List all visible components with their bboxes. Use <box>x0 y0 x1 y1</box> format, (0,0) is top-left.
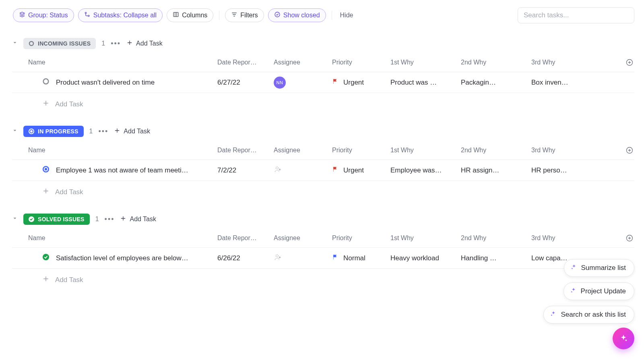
status-icon[interactable] <box>42 253 50 263</box>
group-pill[interactable]: Group: Status <box>13 8 74 22</box>
col-date[interactable]: Date Repor… <box>217 234 274 242</box>
svg-point-3 <box>275 12 280 17</box>
more-icon[interactable]: ••• <box>105 215 115 224</box>
add-task-button[interactable]: Add Task <box>114 127 150 135</box>
status-icon <box>29 129 34 134</box>
status-pill[interactable]: IN PROGRESS <box>23 126 84 137</box>
col-assignee[interactable]: Assignee <box>274 59 332 66</box>
col-why2[interactable]: 2nd Why <box>461 147 531 154</box>
group-header: IN PROGRESS1•••Add Task <box>12 126 634 137</box>
status-pill[interactable]: INCOMING ISSUES <box>23 38 96 49</box>
col-why1[interactable]: 1st Why <box>390 234 461 242</box>
ai-project-update-chip[interactable]: Project Update <box>564 282 634 292</box>
cell-why1[interactable]: Employee was… <box>390 166 461 174</box>
cell-date[interactable]: 6/26/22 <box>217 254 274 262</box>
status-icon[interactable] <box>42 78 50 87</box>
add-task-button[interactable]: Add Task <box>120 215 156 223</box>
filters-icon <box>231 11 237 19</box>
status-icon[interactable] <box>42 166 50 175</box>
chevron-down-icon[interactable] <box>12 40 18 47</box>
col-why2[interactable]: 2nd Why <box>461 234 531 242</box>
col-why2[interactable]: 2nd Why <box>461 59 531 66</box>
columns-pill[interactable]: Columns <box>167 8 213 22</box>
svg-point-0 <box>85 12 86 13</box>
add-column-button[interactable] <box>625 146 634 155</box>
toolbar: Group: Status Subtasks: Collapse all Col… <box>13 7 634 23</box>
priority-label: Urgent <box>343 166 364 174</box>
cell-why2[interactable]: HR assign… <box>461 166 531 174</box>
column-headers: NameDate Repor…AssigneePriority1st Why2n… <box>12 234 634 248</box>
task-row[interactable]: Employee 1 was not aware of team meeti…7… <box>12 160 634 181</box>
cell-why3[interactable]: HR perso… <box>531 166 576 174</box>
cell-why2[interactable]: Handling … <box>461 254 531 262</box>
col-date[interactable]: Date Repor… <box>217 59 274 66</box>
cell-date[interactable]: 7/2/22 <box>217 166 274 174</box>
add-task-row[interactable]: Add Task <box>12 181 634 197</box>
col-priority[interactable]: Priority <box>332 147 390 154</box>
cell-date[interactable]: 6/27/22 <box>217 79 274 87</box>
cell-priority[interactable]: Urgent <box>332 78 390 87</box>
group-header: INCOMING ISSUES1•••Add Task <box>12 38 634 49</box>
add-task-label: Add Task <box>130 216 156 223</box>
add-column-button[interactable] <box>625 58 634 67</box>
cell-name: Employee 1 was not aware of team meeti… <box>12 166 217 175</box>
status-icon <box>29 41 34 46</box>
task-row[interactable]: Product wasn't delivered on time6/27/22N… <box>12 72 634 93</box>
cell-assignee <box>274 253 332 263</box>
col-priority[interactable]: Priority <box>332 234 390 242</box>
chevron-down-icon[interactable] <box>12 216 18 223</box>
cell-why1[interactable]: Heavy workload <box>390 254 461 262</box>
columns-label: Columns <box>182 12 207 19</box>
ai-summarize-chip[interactable]: Summarize list <box>564 259 634 277</box>
cell-why3[interactable]: Box inven… <box>531 79 576 87</box>
cell-why2[interactable]: Packagin… <box>461 79 531 87</box>
col-why3[interactable]: 3rd Why <box>531 59 576 66</box>
add-task-row[interactable]: Add Task <box>12 93 634 109</box>
task-row[interactable]: Satisfaction level of employees are belo… <box>12 248 634 269</box>
hide-link[interactable]: Hide <box>340 12 353 19</box>
col-name[interactable]: Name <box>12 59 217 66</box>
cell-why1[interactable]: Product was … <box>390 79 461 87</box>
svg-point-4 <box>29 42 33 46</box>
assign-icon[interactable] <box>274 255 282 263</box>
status-pill[interactable]: SOLVED ISSUES <box>23 214 90 225</box>
more-icon[interactable]: ••• <box>98 127 108 136</box>
col-priority[interactable]: Priority <box>332 59 390 66</box>
cell-name: Product wasn't delivered on time <box>12 78 217 87</box>
add-task-button[interactable]: Add Task <box>126 39 163 48</box>
col-why3[interactable]: 3rd Why <box>531 234 576 242</box>
plus-icon <box>42 275 50 284</box>
filters-pill[interactable]: Filters <box>225 8 264 22</box>
col-why3[interactable]: 3rd Why <box>531 147 576 154</box>
avatar[interactable]: NN <box>274 77 286 89</box>
cell-priority[interactable]: Normal <box>332 254 390 262</box>
add-task-label: Add Task <box>124 128 150 135</box>
cell-priority[interactable]: Urgent <box>332 166 390 174</box>
svg-point-16 <box>276 255 278 257</box>
svg-point-11 <box>45 168 47 170</box>
subtasks-pill[interactable]: Subtasks: Collapse all <box>78 8 163 22</box>
show-closed-label: Show closed <box>283 12 320 19</box>
col-assignee[interactable]: Assignee <box>274 234 332 242</box>
add-task-label: Add Task <box>136 40 163 47</box>
col-why1[interactable]: 1st Why <box>390 147 461 154</box>
ai-project-update-label: Project Update <box>581 287 626 292</box>
col-date[interactable]: Date Repor… <box>217 147 274 154</box>
add-column-button[interactable] <box>625 234 634 243</box>
col-name[interactable]: Name <box>12 147 217 154</box>
group-count: 1 <box>101 40 105 47</box>
add-task-row[interactable]: Add Task <box>12 269 634 284</box>
more-icon[interactable]: ••• <box>111 39 121 48</box>
col-assignee[interactable]: Assignee <box>274 147 332 154</box>
column-headers: NameDate Repor…AssigneePriority1st Why2n… <box>12 58 634 72</box>
show-closed-pill[interactable]: Show closed <box>268 8 326 22</box>
search-input[interactable] <box>518 7 634 23</box>
ai-summarize-label: Summarize list <box>581 264 626 272</box>
assign-icon[interactable] <box>274 167 282 175</box>
col-name[interactable]: Name <box>12 234 217 242</box>
filters-label: Filters <box>240 12 258 19</box>
columns-icon <box>173 11 179 19</box>
col-why1[interactable]: 1st Why <box>390 59 461 66</box>
chevron-down-icon[interactable] <box>12 128 18 135</box>
task-name: Product wasn't delivered on time <box>56 79 155 87</box>
